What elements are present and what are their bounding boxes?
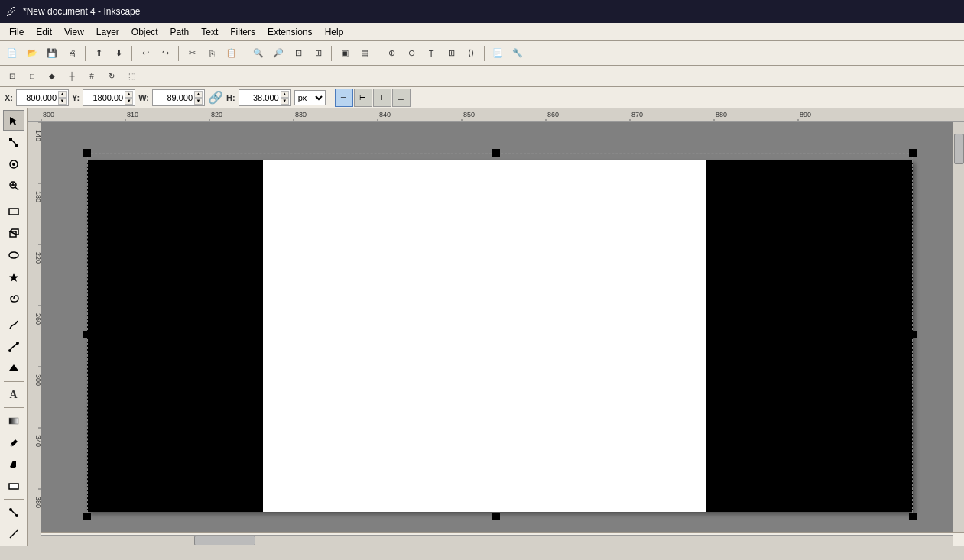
menu-extensions[interactable]: Extensions: [261, 25, 319, 39]
rect-left[interactable]: [87, 160, 263, 512]
scrollbar-horizontal[interactable]: [41, 535, 953, 546]
object-props[interactable]: 🔧: [508, 44, 527, 63]
handle-tm[interactable]: [492, 149, 500, 157]
paintbucket-tool[interactable]: [3, 454, 24, 474]
text-tool-btn[interactable]: T: [422, 44, 440, 63]
rect-tool[interactable]: [3, 202, 24, 222]
align-right-edge[interactable]: ⊤: [373, 89, 391, 107]
scrollbar-h-thumb[interactable]: [194, 536, 255, 545]
h-field[interactable]: 38.000 ▲ ▼: [239, 89, 291, 106]
snap-global[interactable]: ⊡: [3, 67, 21, 86]
handle-rm[interactable]: [909, 331, 917, 338]
lock-ratio-icon[interactable]: 🔗: [208, 90, 223, 105]
w-up[interactable]: ▲: [194, 91, 203, 98]
undo-button[interactable]: ↩: [136, 44, 154, 63]
import-button[interactable]: ⬆: [89, 44, 108, 63]
snap-page[interactable]: ⬚: [122, 67, 141, 86]
zoom-out-button[interactable]: 🔎: [269, 44, 287, 63]
box3d-tool[interactable]: [3, 223, 24, 244]
new-button[interactable]: 📄: [3, 44, 21, 63]
snap-rotation[interactable]: ↻: [102, 67, 121, 86]
xml-editor[interactable]: ⟨⟩: [462, 44, 480, 63]
selector-tool[interactable]: [3, 110, 24, 131]
handle-br[interactable]: [909, 513, 917, 520]
zoom-fit-button[interactable]: ⊡: [289, 44, 307, 63]
snap-nodes[interactable]: ◆: [43, 67, 61, 86]
snap-guide[interactable]: ┼: [63, 67, 81, 86]
h-up[interactable]: ▲: [281, 91, 289, 98]
w-field[interactable]: 89.000 ▲ ▼: [152, 89, 205, 106]
y-field[interactable]: 1800.00 ▲ ▼: [83, 89, 135, 106]
menu-path[interactable]: Path: [164, 25, 196, 39]
rect-right[interactable]: [706, 160, 913, 512]
scrollbar-v-thumb[interactable]: [954, 134, 964, 164]
snap-bbox[interactable]: □: [23, 67, 41, 86]
zoom-in-button[interactable]: 🔍: [249, 44, 268, 63]
svg-text:810: 810: [127, 111, 138, 118]
y-up[interactable]: ▲: [125, 91, 133, 98]
document-props[interactable]: 📃: [488, 44, 507, 63]
x-up[interactable]: ▲: [58, 91, 67, 98]
star-tool[interactable]: [3, 267, 24, 287]
group-button[interactable]: ▣: [336, 44, 354, 63]
align-left-edge[interactable]: ⊣: [335, 89, 353, 107]
canvas-wrapper[interactable]: 800 810 820 830 840 850 860 870 880 890: [28, 108, 964, 546]
unit-select[interactable]: px mm cm in pt: [294, 90, 326, 105]
h-spinner[interactable]: ▲ ▼: [281, 91, 289, 105]
menu-layer[interactable]: Layer: [90, 25, 125, 39]
menu-object[interactable]: Object: [125, 25, 164, 39]
eraser-tool[interactable]: [3, 476, 24, 497]
paste-button[interactable]: 📋: [222, 44, 241, 63]
open-button[interactable]: 📂: [23, 44, 41, 63]
zoom-page-button[interactable]: ⊞: [309, 44, 327, 63]
connector-tool[interactable]: [3, 502, 24, 523]
align-distribute[interactable]: ⊞: [442, 44, 460, 63]
ruler-horizontal: 800 810 820 830 840 850 860 870 880 890: [41, 108, 964, 122]
save-button[interactable]: 💾: [43, 44, 61, 63]
spiral-tool[interactable]: [3, 288, 24, 309]
handle-tl[interactable]: [83, 149, 91, 157]
menu-help[interactable]: Help: [319, 25, 350, 39]
x-spinner[interactable]: ▲ ▼: [58, 91, 67, 105]
menu-view[interactable]: View: [58, 25, 90, 39]
pen-tool[interactable]: [3, 336, 24, 357]
handle-lm[interactable]: [83, 331, 91, 338]
ungroup-button[interactable]: ▤: [355, 44, 374, 63]
measure-tool[interactable]: [3, 524, 24, 545]
calligraphy-tool[interactable]: [3, 358, 24, 379]
menu-edit[interactable]: Edit: [30, 25, 58, 39]
menu-file[interactable]: File: [3, 25, 30, 39]
svg-line-3: [11, 139, 17, 145]
tweak-tool[interactable]: [3, 154, 24, 174]
handle-tr[interactable]: [909, 149, 917, 157]
w-down[interactable]: ▼: [194, 98, 203, 105]
dropper-tool[interactable]: [3, 432, 24, 453]
h-down[interactable]: ▼: [281, 98, 289, 105]
zoom-tool[interactable]: [3, 175, 24, 196]
pencil-tool[interactable]: [3, 315, 24, 335]
align-last[interactable]: ⊥: [392, 89, 411, 107]
handle-bl[interactable]: [83, 513, 91, 520]
menu-filters[interactable]: Filters: [224, 25, 261, 39]
copy-button[interactable]: ⎘: [203, 44, 221, 63]
align-center-v[interactable]: ⊢: [354, 89, 372, 107]
print-button[interactable]: 🖨: [63, 44, 81, 63]
handle-bm[interactable]: [492, 513, 500, 520]
ellipse-tool[interactable]: [3, 245, 24, 266]
scrollbar-vertical[interactable]: [953, 122, 964, 532]
cut-button[interactable]: ✂: [183, 44, 201, 63]
x-field[interactable]: 800.000 ▲ ▼: [16, 89, 69, 106]
snap-grid[interactable]: #: [83, 67, 101, 86]
menu-text[interactable]: Text: [195, 25, 224, 39]
text-tool-toolbox[interactable]: A: [3, 384, 24, 405]
redo-button[interactable]: ↪: [156, 44, 174, 63]
path-diff[interactable]: ⊖: [402, 44, 420, 63]
node-tool[interactable]: [3, 131, 24, 152]
x-down[interactable]: ▼: [58, 98, 67, 105]
w-spinner[interactable]: ▲ ▼: [194, 91, 203, 105]
path-union[interactable]: ⊕: [382, 44, 401, 63]
gradient-tool[interactable]: [3, 410, 24, 431]
export-button[interactable]: ⬇: [109, 44, 128, 63]
y-spinner[interactable]: ▲ ▼: [125, 91, 133, 105]
y-down[interactable]: ▼: [125, 98, 133, 105]
